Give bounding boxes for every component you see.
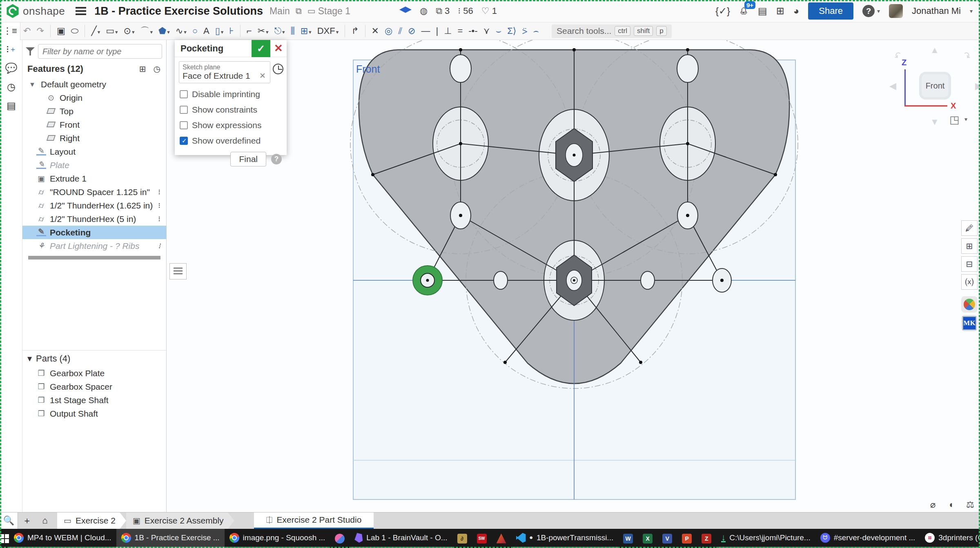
isometric-cube-icon[interactable]: ◳ [949,113,960,126]
concentric-constraint-icon[interactable]: ◎ [382,26,395,36]
checkbox-icon[interactable] [180,90,188,98]
tree-item-top[interactable]: Top [22,104,166,118]
history-panel-icon[interactable]: ◷ [0,78,22,96]
sheet-icon[interactable]: ▣ [54,26,68,36]
variable-table-icon[interactable]: ⒳ [961,274,978,290]
tape-measure-icon[interactable]: ⌀ [930,499,935,510]
feature-list-toggle-icon[interactable]: ⋮≡ [0,22,20,40]
accept-button[interactable]: ✓ [252,40,270,57]
rollback-bar[interactable] [28,256,160,260]
final-button[interactable]: Final [230,152,266,166]
normal-constraint-icon[interactable]: ⌢ [530,26,542,36]
circle-tool-icon[interactable]: ⊙▾ [121,26,138,36]
tree-item-front[interactable]: Front [22,118,166,131]
coincident-constraint-icon[interactable]: ✕ [369,26,382,36]
part-item-output-shaft[interactable]: ❒Output Shaft [22,407,166,420]
checkbox-icon[interactable] [180,121,188,129]
new-tab-icon[interactable]: ＋ [18,513,36,529]
ai-assistant-icon[interactable]: ◕ [793,5,800,17]
rotate-right-icon[interactable]: ▶ [975,81,980,91]
tab-exercise-2-part-studio[interactable]: ⎅ Exercise 2 Part Studio [254,513,374,529]
chevron-down-icon[interactable]: ▾ [27,80,37,89]
tree-item-extrude-1[interactable]: ▣Extrude 1 [22,172,166,185]
checkbox-checked-icon[interactable] [180,137,188,145]
add-folder-icon[interactable]: ⊞ [139,64,146,74]
fix-constraint-icon[interactable]: ⍩ [519,26,530,36]
offset-tool-icon[interactable]: ⎋▾ [272,26,288,36]
taskbar-item-discord[interactable]: ᗢ#server-development ... [815,529,920,548]
chevron-down-icon[interactable]: ▾ [27,353,32,364]
taskbar-item-slack[interactable]: ⌗3dprinters (Channel) -... [920,529,980,548]
dialog-help-icon[interactable]: ? [271,154,282,164]
tree-item-default-geometry[interactable]: ▾Default geometry [22,78,166,91]
fillet-tool-icon[interactable]: ⌐ [244,26,255,36]
pattern-tool-icon[interactable]: ⊞▾ [298,26,314,36]
graphics-canvas[interactable]: Front [167,40,980,512]
tree-item-layout[interactable]: ✎Layout [22,145,166,158]
line-tool-icon[interactable]: ╱▾ [88,26,103,36]
midpoint-constraint-icon[interactable]: -•- [466,26,480,36]
taskbar-item-download[interactable]: ↓C:\Users\jjomi\Picture... [716,529,815,548]
avatar[interactable] [889,4,903,18]
share-button[interactable]: Share [808,2,853,20]
taskbar-item-vscode[interactable]: •1B-powerTransmissi... [511,529,619,548]
suppress-clock-icon[interactable] [273,64,283,74]
rotate-up-icon[interactable]: ▲ [930,45,939,55]
item-menu-icon[interactable]: ⁝ [158,188,160,197]
taskbar-item-chrome-1[interactable]: MP4 to WEBM | Cloud... [9,529,116,548]
appearance-panel-icon[interactable]: 🖉 [961,220,978,236]
arc-tool-icon[interactable]: ⌒▾ [138,25,156,37]
vertical-constraint-icon[interactable]: | [433,26,441,36]
taskbar-item-word[interactable]: W [618,529,638,548]
versions-count-icon[interactable]: ⁝ 56 [458,6,473,16]
mass-properties-icon[interactable]: ⚖ [966,499,974,510]
onshape-logo-icon[interactable] [6,4,20,18]
configured-features-icon[interactable]: ⊟ [961,256,978,272]
taskbar-item-excel[interactable]: X [638,529,657,548]
tree-item-plate[interactable]: ✎Plate [22,158,166,172]
protractor-icon[interactable]: ◖ [948,499,953,510]
tangent-constraint-icon[interactable]: ⊘ [405,26,418,36]
extension-mk-icon[interactable]: MK [961,315,978,331]
rectangle-tool-icon[interactable]: ▭▾ [103,26,120,36]
checkbox-show-constraints[interactable]: Show constraints [175,102,287,118]
filter-icon[interactable] [26,47,35,55]
tab-exercise-2-assembly[interactable]: ▣ Exercise 2 Assembly [126,513,234,529]
checkbox-show-overdefined[interactable]: Show overdefined [175,133,287,149]
taskbar-item-chrome-3[interactable]: image.png - Squoosh ... [225,529,330,548]
feature-list-panel-icon[interactable]: ▤ [0,96,22,115]
taskbar-item-solidworks[interactable]: SW [472,529,492,548]
part-item-1st-stage-shaft[interactable]: ❒1st Stage Shaft [22,393,166,407]
clear-selection-icon[interactable]: ✕ [259,71,267,81]
help-menu[interactable]: ? ▾ [862,5,880,17]
parallel-constraint-icon[interactable]: ⫽ [395,26,405,36]
cancel-button[interactable]: ✕ [270,40,287,57]
tree-item-pocketing[interactable]: ✎Pocketing [22,226,166,239]
sketch-view[interactable]: Front [167,40,980,512]
polygon-tool-icon[interactable]: ⬟▾ [156,26,173,36]
workspace-name[interactable]: Main [270,6,290,17]
link-icon[interactable]: ⧉ [296,6,302,16]
view-options-chevron-icon[interactable]: ▾ [964,116,967,122]
checkbox-disable-imprinting[interactable]: Disable imprinting [175,87,287,102]
taskbar-item-powerpoint[interactable]: P [677,529,697,548]
public-globe-icon[interactable]: ◍ [420,6,428,16]
tasks-icon[interactable]: ▤ [758,5,767,17]
tree-item-thunderhex-5[interactable]: ⌭1/2" ThunderHex (5 in)⁝ [22,212,166,226]
construction-tool-icon[interactable]: ⊦ [226,26,236,36]
transform-tool-icon[interactable]: ↱ [348,26,361,36]
taskbar-item-zotero[interactable]: Z [697,529,716,548]
configuration-table-icon[interactable]: ⊞ [961,238,978,254]
rotate-cw-icon[interactable]: ↷ [960,49,973,62]
taskbar-item-obsidian[interactable]: Lab 1 - BrainVault - O... [350,529,452,548]
main-menu-icon[interactable] [76,7,86,15]
symmetric-constraint-icon[interactable]: ⋎ [481,26,493,36]
home-icon[interactable]: ⌂ [36,513,54,529]
likes-icon[interactable]: ♡ 1 [481,6,497,16]
version-name[interactable]: Stage 1 [318,6,350,17]
comments-panel-icon[interactable]: 💬 [0,59,22,78]
filter-input[interactable] [38,44,162,59]
part-item-gearbox-plate[interactable]: ❒Gearbox Plate [22,366,166,380]
spline-tool-icon[interactable]: ∿▾ [173,26,189,36]
text-tool-icon[interactable]: A [200,26,212,36]
